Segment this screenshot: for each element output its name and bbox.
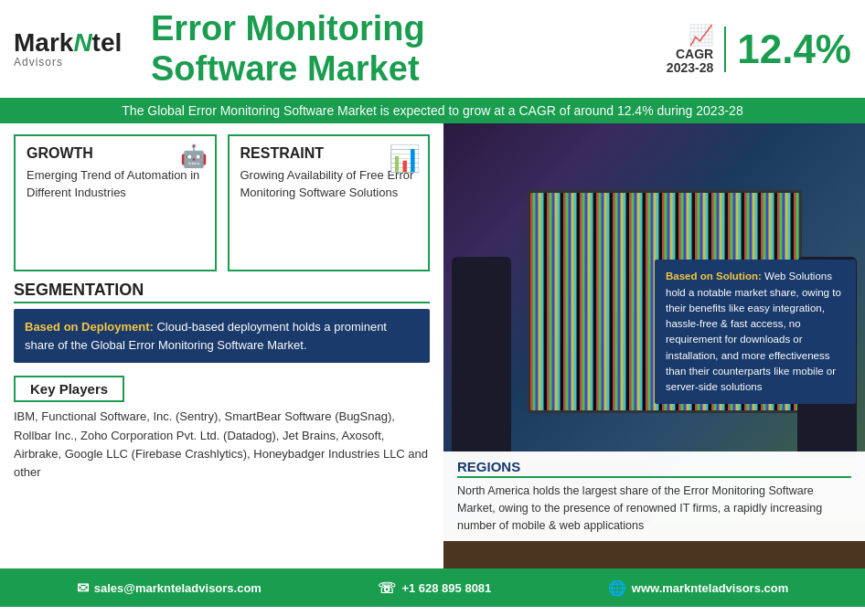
- logo-tel: tel: [92, 28, 123, 57]
- logo-area: MarkNtel Advisors: [14, 30, 133, 69]
- logo-subtitle: Advisors: [14, 56, 133, 69]
- website-text: www.marknteladvisors.com: [632, 581, 788, 595]
- key-players-section: Key Players IBM, Functional Software, In…: [14, 376, 430, 482]
- footer-phone: ☏ +1 628 895 8081: [378, 579, 491, 597]
- cagr-divider: [724, 27, 726, 72]
- email-text: sales@marknteladvisors.com: [94, 581, 262, 595]
- logo-mark-text: Mark: [14, 28, 73, 57]
- growth-icon: 🤖: [180, 143, 208, 169]
- speaker-left: [452, 257, 511, 457]
- phone-icon: ☏: [378, 579, 396, 597]
- logo: MarkNtel: [14, 30, 133, 56]
- restraint-icon: 📊: [389, 143, 421, 174]
- solution-box: Based on Solution: Web Solutions hold a …: [655, 260, 856, 404]
- header: MarkNtel Advisors Error Monitoring Softw…: [0, 0, 865, 98]
- title-line2: Software Market: [151, 49, 420, 88]
- deployment-box: Based on Deployment: Cloud-based deploym…: [14, 309, 430, 363]
- solution-text: Web Solutions hold a notable market shar…: [666, 271, 841, 392]
- web-icon: 🌐: [608, 579, 626, 597]
- email-icon: ✉: [77, 579, 89, 597]
- footer-website: 🌐 www.marknteladvisors.com: [608, 579, 788, 597]
- left-panel: GROWTH 🤖 Emerging Trend of Automation in…: [0, 123, 443, 568]
- cards-row: GROWTH 🤖 Emerging Trend of Automation in…: [14, 134, 430, 271]
- growth-card-text: Emerging Trend of Automation in Differen…: [27, 167, 204, 200]
- key-players-title: Key Players: [14, 376, 124, 402]
- segmentation-section: SEGMENTATION Based on Deployment: Cloud-…: [14, 281, 430, 363]
- cagr-label: CAGR: [676, 48, 713, 60]
- regions-text: North America holds the largest share of…: [457, 483, 851, 534]
- cagr-left: 📈 CAGR 2023-28: [667, 24, 713, 75]
- segmentation-title: SEGMENTATION: [14, 281, 430, 303]
- banner: The Global Error Monitoring Software Mar…: [0, 98, 865, 123]
- key-players-text: IBM, Functional Software, Inc. (Sentry),…: [14, 408, 430, 482]
- logo-n: N: [73, 28, 91, 57]
- growth-card: GROWTH 🤖 Emerging Trend of Automation in…: [14, 134, 217, 271]
- regions-title: REGIONS: [457, 459, 851, 478]
- right-panel: Based on Solution: Web Solutions hold a …: [443, 123, 865, 568]
- phone-text: +1 628 895 8081: [401, 581, 491, 595]
- growth-card-title: GROWTH: [27, 145, 204, 162]
- title-area: Error Monitoring Software Market: [133, 9, 667, 89]
- cagr-years: 2023-28: [667, 60, 713, 75]
- solution-label: Based on Solution:: [666, 271, 762, 281]
- regions-section: REGIONS North America holds the largest …: [443, 451, 865, 541]
- deployment-label: Based on Deployment:: [25, 320, 154, 334]
- banner-text: The Global Error Monitoring Software Mar…: [122, 103, 742, 118]
- restraint-card: RESTRAINT 📊 Growing Availability of Free…: [228, 134, 431, 271]
- title-line1: Error Monitoring: [151, 9, 425, 48]
- cagr-area: 📈 CAGR 2023-28 12.4%: [667, 24, 851, 75]
- main-title: Error Monitoring Software Market: [151, 9, 667, 89]
- cagr-chart-icon: 📈: [689, 24, 713, 48]
- cagr-value: 12.4%: [737, 27, 851, 72]
- footer: ✉ sales@marknteladvisors.com ☏ +1 628 89…: [0, 568, 865, 607]
- footer-email: ✉ sales@marknteladvisors.com: [77, 579, 262, 597]
- main-content: GROWTH 🤖 Emerging Trend of Automation in…: [0, 123, 865, 568]
